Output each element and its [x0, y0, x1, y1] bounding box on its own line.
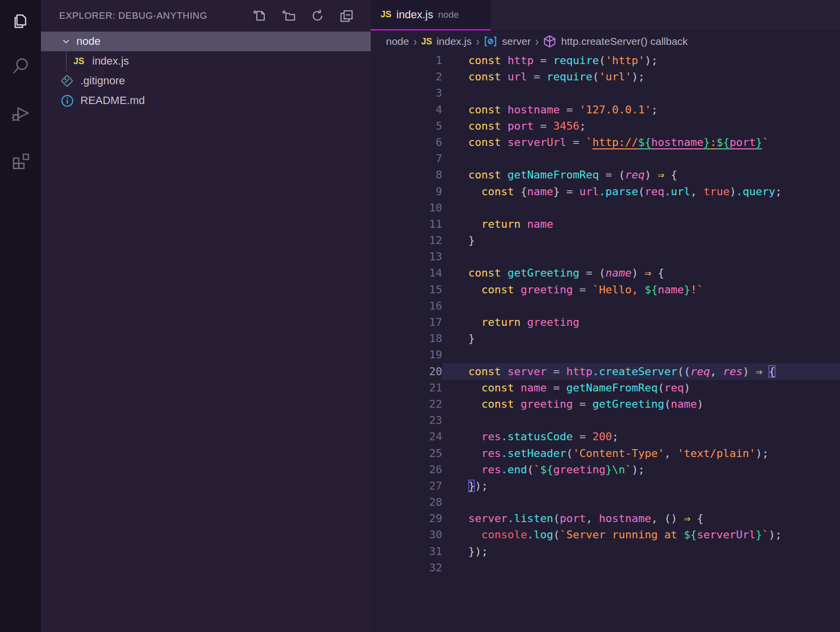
- line-content: }: [442, 330, 840, 347]
- code-line-11[interactable]: 11 return name: [371, 216, 840, 232]
- explorer-icon[interactable]: [0, 0, 41, 42]
- line-number: 7: [371, 150, 442, 167]
- line-content: });: [442, 543, 840, 560]
- js-file-icon: JS: [73, 56, 84, 67]
- explorer-sidebar: EXPLORER: DEBUG-ANYTHING: [41, 0, 371, 632]
- line-content: [442, 412, 840, 428]
- code-line-2[interactable]: 2const url = require('url');: [371, 69, 840, 85]
- code-line-9[interactable]: 9 const {name} = url.parse(req.url, true…: [371, 183, 840, 200]
- breadcrumb-separator: ›: [476, 35, 480, 49]
- code-line-27[interactable]: 27});: [371, 478, 840, 494]
- code-line-5[interactable]: 5const port = 3456;: [371, 118, 840, 134]
- code-line-30[interactable]: 30 console.log(`Server running at ${serv…: [371, 527, 840, 543]
- tab-label: index.js: [396, 8, 433, 21]
- breadcrumb-item[interactable]: JSindex.js: [421, 35, 471, 47]
- code-line-12[interactable]: 12}: [371, 232, 840, 248]
- code-line-16[interactable]: 16: [371, 298, 840, 314]
- indent-guide: [66, 51, 67, 71]
- breadcrumb-label: node: [386, 35, 409, 47]
- code-line-32[interactable]: 32: [371, 560, 840, 576]
- line-content: const hostname = '127.0.0.1';: [442, 102, 840, 118]
- line-number: 11: [371, 216, 442, 232]
- code-line-4[interactable]: 4const hostname = '127.0.0.1';: [371, 102, 840, 118]
- explorer-title: EXPLORER: DEBUG-ANYTHING: [59, 10, 208, 21]
- code-line-19[interactable]: 19: [371, 347, 840, 363]
- activity-bar: [0, 0, 41, 632]
- line-content: });: [442, 478, 840, 494]
- breadcrumb-item[interactable]: server: [484, 35, 530, 48]
- line-number: 22: [371, 396, 442, 412]
- line-number: 4: [371, 102, 442, 118]
- code-line-6[interactable]: 6const serverUrl = `http://${hostname}:$…: [371, 134, 840, 150]
- code-line-15[interactable]: 15 const greeting = `Hello, ${name}!`: [371, 281, 840, 298]
- code-line-3[interactable]: 3: [371, 85, 840, 101]
- code-line-7[interactable]: 7: [371, 150, 840, 167]
- tab-description: node: [438, 9, 459, 20]
- run-debug-icon[interactable]: [0, 90, 41, 137]
- line-content: const {name} = url.parse(req.url, true).…: [442, 183, 840, 200]
- tree-item--gitignore[interactable]: .gitignore: [41, 71, 371, 91]
- code-line-1[interactable]: 1const http = require('http');: [371, 52, 840, 69]
- line-number: 12: [371, 232, 442, 248]
- line-number: 10: [371, 200, 442, 216]
- code-line-29[interactable]: 29server.listen(port, hostname, () ⇒ {: [371, 510, 840, 527]
- code-line-23[interactable]: 23: [371, 412, 840, 428]
- line-number: 24: [371, 428, 442, 445]
- code-line-28[interactable]: 28: [371, 494, 840, 510]
- code-line-8[interactable]: 8const getNameFromReq = (req) ⇒ {: [371, 167, 840, 183]
- line-content: const http = require('http');: [442, 52, 840, 69]
- line-content: const greeting = `Hello, ${name}!`: [442, 281, 840, 298]
- code-line-21[interactable]: 21 const name = getNameFromReq(req): [371, 380, 840, 396]
- line-content: [442, 150, 840, 167]
- code-line-31[interactable]: 31});: [371, 543, 840, 560]
- line-content: const url = require('url');: [442, 69, 840, 85]
- tree-item-label: index.js: [92, 55, 129, 68]
- line-content: res.end(`${greeting}\n`);: [442, 461, 840, 478]
- code-line-18[interactable]: 18}: [371, 330, 840, 347]
- collapse-all-icon[interactable]: [339, 8, 354, 23]
- line-content: const port = 3456;: [442, 118, 840, 134]
- breadcrumb-label: http.createServer() callback: [561, 35, 688, 47]
- breadcrumb-item[interactable]: node: [386, 35, 409, 47]
- tree-item-label: README.md: [80, 94, 145, 107]
- line-content: server.listen(port, hostname, () ⇒ {: [442, 510, 840, 527]
- line-number: 5: [371, 118, 442, 134]
- line-content: const greeting = getGreeting(name): [442, 396, 840, 412]
- code-line-10[interactable]: 10: [371, 200, 840, 216]
- line-number: 31: [371, 543, 442, 560]
- tree-item-index-js[interactable]: JSindex.js: [41, 51, 371, 71]
- code-editor[interactable]: 1const http = require('http');2const url…: [371, 52, 840, 632]
- tab-index.js[interactable]: JSindex.jsnode: [371, 0, 490, 31]
- breadcrumb-item[interactable]: http.createServer() callback: [543, 35, 688, 48]
- new-folder-icon[interactable]: [281, 8, 296, 23]
- new-file-icon[interactable]: [252, 8, 267, 23]
- line-content: [442, 560, 840, 576]
- code-line-22[interactable]: 22 const greeting = getGreeting(name): [371, 396, 840, 412]
- line-content: [442, 298, 840, 314]
- code-line-24[interactable]: 24 res.statusCode = 200;: [371, 428, 840, 445]
- tree-item-label: node: [76, 35, 101, 48]
- tree-item-readme-md[interactable]: README.md: [41, 91, 371, 110]
- line-number: 19: [371, 347, 442, 363]
- code-line-20[interactable]: 20const server = http.createServer((req,…: [371, 363, 840, 380]
- editor-group: JSindex.jsnode node›JSindex.js›server›ht…: [371, 0, 840, 632]
- line-content: const getGreeting = (name) ⇒ {: [442, 265, 840, 281]
- line-content: return name: [442, 216, 840, 232]
- code-line-13[interactable]: 13: [371, 248, 840, 265]
- search-icon[interactable]: [0, 42, 41, 90]
- line-number: 30: [371, 527, 442, 543]
- info-file-icon: [61, 94, 74, 107]
- code-line-14[interactable]: 14const getGreeting = (name) ⇒ {: [371, 265, 840, 281]
- code-line-25[interactable]: 25 res.setHeader('Content-Type', 'text/p…: [371, 445, 840, 461]
- line-number: 2: [371, 69, 442, 85]
- line-content: res.setHeader('Content-Type', 'text/plai…: [442, 445, 840, 461]
- code-line-17[interactable]: 17 return greeting: [371, 314, 840, 330]
- line-number: 13: [371, 248, 442, 265]
- line-number: 29: [371, 510, 442, 527]
- tree-item-node[interactable]: node: [41, 32, 371, 51]
- line-number: 18: [371, 330, 442, 347]
- extensions-icon[interactable]: [0, 137, 41, 184]
- symbol-callback-icon: [543, 35, 557, 48]
- refresh-icon[interactable]: [310, 8, 325, 23]
- code-line-26[interactable]: 26 res.end(`${greeting}\n`);: [371, 461, 840, 478]
